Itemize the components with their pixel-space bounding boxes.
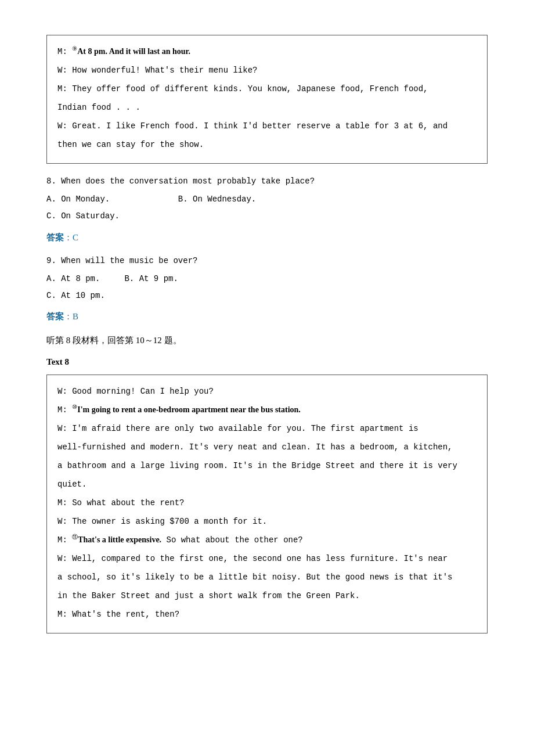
dialog2-line-w1: W: Good morning! Can I help you?	[57, 383, 477, 399]
section-header-8: 听第 8 段材料，回答第 10～12 题。	[46, 333, 488, 348]
dialog-box-1: M: ⑨At 8 pm. And it will last an hour. W…	[46, 35, 488, 164]
dialog-continuation-2: then we can stay for the show.	[57, 136, 477, 153]
dialog-line-w1: W: How wonderful! What's their menu like…	[57, 62, 477, 78]
question-8-text: 8. When does the conversation most proba…	[46, 174, 488, 189]
dialog2-cont-5: in the Baker Street and just a short wal…	[57, 588, 477, 604]
speaker-w2: W: Great. I like French food. I think I'…	[57, 121, 448, 131]
dialog-line-m1: M: ⑨At 8 pm. And it will last an hour.	[57, 44, 477, 60]
dialog2-cont-3: quiet.	[57, 476, 477, 492]
dialog-box-2: W: Good morning! Can I help you? M: ⑩I'm…	[46, 375, 488, 633]
superscript-d2-1: ⑩	[72, 404, 77, 411]
answer-8: 答案：C	[46, 230, 488, 246]
rest-text-d2-2: So what about the other one?	[161, 535, 303, 545]
question-9-options-ab: A. At 8 pm. B. At 9 pm.	[46, 272, 488, 286]
question-9-block: 9. When will the music be over? A. At 8 …	[46, 254, 488, 304]
dialog2-line-w2: W: I'm afraid there are only two availab…	[57, 420, 477, 437]
question-8-block: 8. When does the conversation most proba…	[46, 174, 488, 224]
dialog2-line-w3: W: The owner is asking $700 a month for …	[57, 513, 477, 530]
dialog2-cont-2: a bathroom and a large living room. It's…	[57, 458, 477, 474]
superscript-1: ⑨	[72, 46, 77, 52]
continuation-text-1: Indian food . . .	[57, 103, 140, 112]
question-9-option-c: C. At 10 pm.	[46, 289, 488, 303]
text-8-label: Text 8	[46, 354, 488, 370]
answer-9: 答案：B	[46, 309, 488, 325]
dialog2-line-m1: M: ⑩I'm going to rent a one-bedroom apar…	[57, 402, 477, 418]
superscript-d2-2: ⑪	[72, 534, 78, 541]
speaker-m-d2: M:	[57, 405, 72, 415]
dialog2-line-m3: M: ⑪That's a little expensive. So what a…	[57, 532, 477, 548]
speaker-m1: M:	[57, 47, 72, 56]
bold-text-1: At 8 pm. And it will last an hour.	[77, 47, 190, 56]
dialog2-cont-4: a school, so it's likely to be a little …	[57, 569, 477, 585]
speaker-m-d2-3: M:	[57, 535, 72, 545]
question-8-options-ab: A. On Monday. B. On Wednesday.	[46, 192, 488, 207]
speaker-m2: M: They offer food of different kinds. Y…	[57, 84, 428, 93]
answer-8-label: 答案	[46, 233, 64, 242]
bold-text-d2-2: That's a little expensive.	[78, 535, 161, 544]
dialog2-cont-1: well-furnished and modern. It's very nea…	[57, 439, 477, 455]
question-8-option-c: C. On Saturday.	[46, 209, 488, 224]
dialog2-line-w4: W: Well, compared to the first one, the …	[57, 550, 477, 567]
speaker-w1: W: How wonderful! What's their menu like…	[57, 66, 257, 75]
bold-text-d2-1: I'm going to rent a one-bedroom apartmen…	[77, 405, 301, 414]
dialog-continuation-1: Indian food . . .	[57, 99, 477, 116]
dialog-line-w2: W: Great. I like French food. I think I'…	[57, 118, 477, 134]
dialog2-line-m4: M: What's the rent, then?	[57, 606, 477, 622]
dialog-line-m2: M: They offer food of different kinds. Y…	[57, 81, 477, 97]
continuation-text-2: then we can stay for the show.	[57, 140, 204, 149]
answer-9-label: 答案	[46, 312, 64, 321]
dialog2-line-m2: M: So what about the rent?	[57, 495, 477, 511]
question-9-text: 9. When will the music be over?	[46, 254, 488, 268]
